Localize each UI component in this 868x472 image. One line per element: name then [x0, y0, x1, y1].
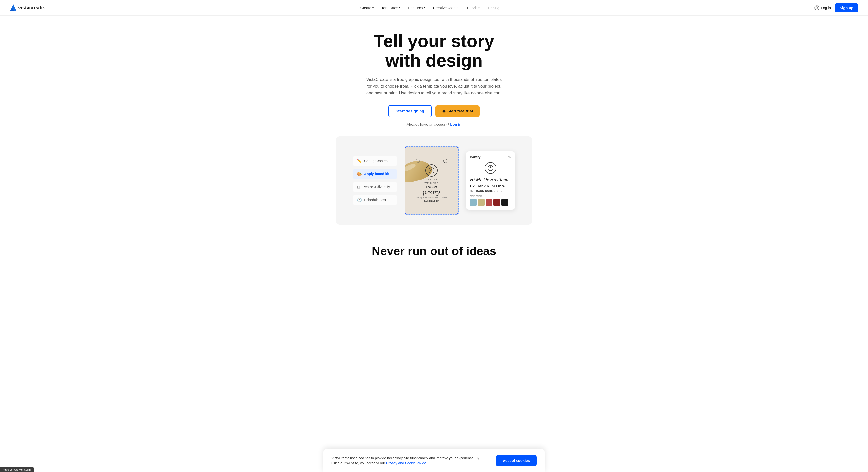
nav-actions: Log in Sign up: [814, 3, 858, 12]
color-swatch-2: [478, 199, 485, 206]
demo-menu-apply-brand-kit[interactable]: 🎨 Apply brand kit: [353, 169, 397, 179]
nav-templates[interactable]: Templates ▾: [381, 6, 400, 10]
logo-text: vistacreate.: [18, 5, 45, 10]
color-swatch-5: [501, 199, 508, 206]
logo[interactable]: vistacreate.: [10, 4, 45, 11]
brand-colors: [470, 199, 511, 206]
bottom-teaser: Never run out of ideas: [0, 234, 868, 278]
start-designing-button[interactable]: Start designing: [388, 105, 432, 117]
brand-panel: Bakery ✎ Hi Mr De Haviland H2 Frank Ruhl…: [466, 151, 515, 210]
bakery-heading: The Best: [416, 185, 447, 188]
bakery-url: BAKERY.COM: [416, 200, 447, 202]
nav-create[interactable]: Create ▾: [360, 6, 374, 10]
schedule-icon: 🕐: [357, 198, 362, 202]
brand-colors-label: Main colors: [470, 195, 511, 197]
brand-font-h3: H3 FRANK RUHL LIBRE: [470, 190, 511, 192]
hero-heading: Tell your story with design: [5, 31, 863, 70]
nav-tutorials[interactable]: Tutorials: [466, 6, 480, 10]
color-swatch-1: [470, 199, 477, 206]
card-inner: BAKERY WE MADE The Best pastry Visit any…: [412, 155, 451, 206]
start-free-trial-button[interactable]: ◆ Start free trial: [435, 105, 480, 117]
selection-handle-br: [457, 213, 459, 215]
hero-description: VistaCreate is a free graphic design too…: [365, 76, 503, 96]
demo-menu-resize[interactable]: ⊡ Resize & diversify: [353, 182, 397, 192]
hero-account-text: Already have an account? Log in: [5, 122, 863, 126]
brand-font-h1: Hi Mr De Haviland: [470, 177, 511, 183]
selection-handle-tl: [405, 146, 406, 148]
bakery-logo-svg: [428, 167, 435, 174]
edit-icon: ✏️: [357, 159, 362, 163]
selection-handle-tr: [457, 146, 459, 148]
bakery-brand: BAKERY: [416, 179, 447, 181]
logo-icon: [10, 4, 17, 11]
bakery-small-text: Visit any of our cafe locations to try i…: [416, 197, 447, 198]
color-swatch-4: [493, 199, 500, 206]
user-icon: [814, 5, 819, 10]
hero-buttons: Start designing ◆ Start free trial: [5, 105, 863, 117]
brand-panel-title: Bakery: [470, 155, 480, 159]
navbar: vistacreate. Create ▾ Templates ▾ Featur…: [0, 0, 868, 16]
brand-kit-icon: 🎨: [357, 172, 362, 176]
chevron-down-icon: ▾: [424, 6, 425, 9]
hero-login-link[interactable]: Log in: [450, 122, 461, 126]
hero-section: Tell your story with design VistaCreate …: [0, 16, 868, 136]
color-swatch-3: [486, 199, 492, 206]
nav-features[interactable]: Features ▾: [408, 6, 425, 10]
edit-icon[interactable]: ✎: [508, 155, 511, 159]
login-button[interactable]: Log in: [814, 5, 831, 10]
demo-menu-schedule[interactable]: 🕐 Schedule post: [353, 195, 397, 205]
chevron-down-icon: ▾: [372, 6, 374, 9]
bakery-script: pastry: [416, 189, 447, 196]
brand-logo-preview: [485, 162, 496, 174]
demo-menu-change-content[interactable]: ✏️ Change content: [353, 156, 397, 166]
bakery-tagline: WE MADE: [416, 182, 447, 184]
resize-icon: ⊡: [357, 185, 360, 189]
demo-menu: ✏️ Change content 🎨 Apply brand kit ⊡ Re…: [353, 156, 397, 205]
bakery-logo: [425, 164, 438, 177]
signup-button[interactable]: Sign up: [835, 3, 858, 12]
nav-creative-assets[interactable]: Creative Assets: [433, 6, 458, 10]
demo-container: ✏️ Change content 🎨 Apply brand kit ⊡ Re…: [336, 136, 532, 225]
demo-area: ✏️ Change content 🎨 Apply brand kit ⊡ Re…: [331, 136, 537, 234]
nav-pricing[interactable]: Pricing: [488, 6, 500, 10]
nav-links: Create ▾ Templates ▾ Features ▾ Creative…: [360, 6, 500, 10]
bottom-heading: Never run out of ideas: [5, 244, 863, 258]
brand-panel-header: Bakery ✎: [470, 155, 511, 159]
diamond-icon: ◆: [442, 109, 445, 114]
brand-font-h2: H2 Frank Ruhl Libre: [470, 184, 511, 188]
selection-handle-bl: [405, 213, 406, 215]
demo-design-card: BAKERY WE MADE The Best pastry Visit any…: [405, 146, 459, 215]
chevron-down-icon: ▾: [399, 6, 400, 9]
svg-point-3: [816, 7, 818, 8]
